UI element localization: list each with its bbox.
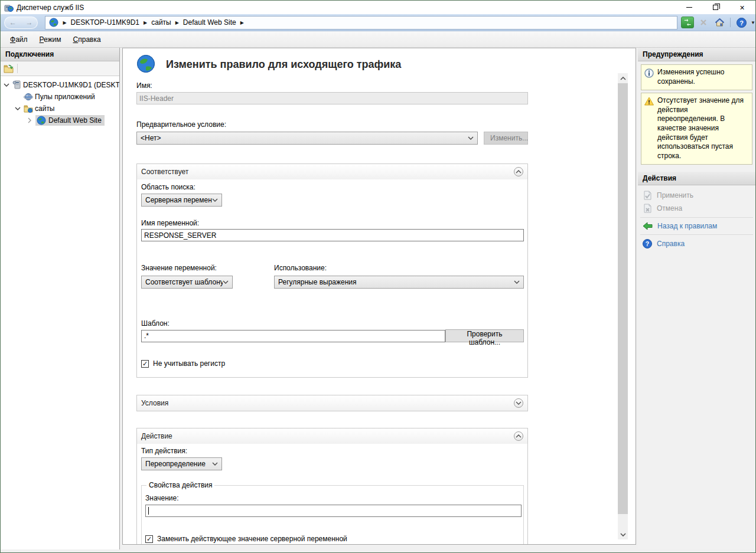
actions-separator xyxy=(640,217,753,218)
scroll-down-icon xyxy=(620,533,626,536)
replace-value-checkbox[interactable]: ✓ xyxy=(145,535,153,543)
action-section-header[interactable]: Действие xyxy=(137,428,527,444)
scope-select[interactable]: Серверная переменн xyxy=(141,194,222,207)
conditions-section-header[interactable]: Условия xyxy=(137,395,527,411)
chevron-down-icon xyxy=(223,280,229,284)
usage-label: Использование: xyxy=(274,264,524,272)
window-title: Диспетчер служб IIS xyxy=(17,4,676,12)
application-pools-icon xyxy=(24,92,33,102)
precondition-select[interactable]: <Нет> xyxy=(136,132,478,145)
expand-section-icon[interactable] xyxy=(514,398,523,408)
action-properties-group: Свойства действия Значение: ✓ Заменить д… xyxy=(141,485,524,545)
cancel-icon xyxy=(643,204,652,213)
test-pattern-button[interactable]: Проверить шаблон... xyxy=(445,329,524,342)
usage-select[interactable]: Регулярные выражения xyxy=(274,276,524,289)
svg-text:?: ? xyxy=(739,19,744,26)
stop-button[interactable] xyxy=(697,17,710,28)
warning-alert-text: Отсутствует значение для действия переоп… xyxy=(657,96,750,161)
restore-button[interactable] xyxy=(702,1,729,14)
tree-item-label: Default Web Site xyxy=(48,116,102,125)
tree-item-label: сайты xyxy=(35,104,55,113)
scroll-up-icon xyxy=(620,77,626,80)
warning-icon xyxy=(644,97,654,106)
menu-help[interactable]: Справка xyxy=(67,33,107,46)
server-icon xyxy=(12,80,21,90)
scroll-up-button[interactable] xyxy=(618,73,628,83)
back-to-rules-label: Назад к правилам xyxy=(657,222,717,230)
menu-bar: Файл Режим Справка xyxy=(1,31,755,48)
create-connection-icon[interactable] xyxy=(4,64,14,73)
collapse-section-icon[interactable] xyxy=(514,431,523,441)
ignore-case-label: Не учитывать регистр xyxy=(153,359,225,368)
tree-item-label: DESKTOP-U1MK9D1 (DESKTO xyxy=(23,81,119,89)
title-bar: Диспетчер служб IIS × xyxy=(1,1,755,14)
tree-item-sites[interactable]: сайты xyxy=(1,103,119,114)
precondition-label: Предварительное условие: xyxy=(136,120,528,129)
home-button[interactable] xyxy=(713,17,726,28)
info-icon xyxy=(644,68,654,78)
breadcrumb-item-default-web-site[interactable]: Default Web Site xyxy=(183,18,236,27)
collapse-chevron-icon[interactable] xyxy=(2,81,11,89)
apply-action-label: Применить xyxy=(657,191,693,199)
tree-item-label: Пулы приложений xyxy=(35,93,95,101)
breadcrumb-arrow-icon: ▶ xyxy=(144,20,147,25)
refresh-button[interactable] xyxy=(681,17,694,28)
chevron-down-icon xyxy=(212,462,218,466)
site-globe-icon xyxy=(49,18,58,27)
help-circle-icon: ? xyxy=(643,239,652,248)
connections-tree: DESKTOP-U1MK9D1 (DESKTO Пулы приложений … xyxy=(1,76,119,549)
menu-view[interactable]: Режим xyxy=(34,33,67,46)
variable-name-label: Имя переменной: xyxy=(141,219,524,227)
breadcrumb-item-server[interactable]: DESKTOP-U1MK9D1 xyxy=(71,18,139,27)
actions-separator xyxy=(640,234,753,235)
back-button[interactable]: ← xyxy=(9,19,17,26)
apply-icon xyxy=(643,191,652,200)
help-action[interactable]: ? Справка xyxy=(638,237,755,250)
expand-chevron-icon[interactable] xyxy=(25,116,34,125)
help-dropdown-arrow-icon[interactable]: ▼ xyxy=(751,20,755,25)
svg-text:?: ? xyxy=(646,240,649,247)
page-globe-icon xyxy=(136,54,156,74)
toolbar-separator xyxy=(17,64,18,73)
scroll-down-button[interactable] xyxy=(618,529,628,539)
connections-toolbar xyxy=(1,61,119,76)
tree-item-app-pools[interactable]: Пулы приложений xyxy=(1,91,119,103)
ignore-case-checkbox[interactable]: ✓ xyxy=(141,360,149,368)
help-icon: ? xyxy=(737,18,747,28)
back-to-rules-action[interactable]: Назад к правилам xyxy=(638,220,755,232)
collapse-chevron-icon[interactable] xyxy=(14,104,22,113)
right-panel: Предупреждения Изменения успешно сохране… xyxy=(638,48,755,549)
action-type-select[interactable]: Переопределение xyxy=(141,457,222,470)
menu-file[interactable]: Файл xyxy=(4,33,34,46)
warning-alert: Отсутствует значение для действия переоп… xyxy=(641,93,752,165)
address-bar: ← → ▶ DESKTOP-U1MK9D1 ▶ сайты ▶ Default … xyxy=(1,14,755,31)
pattern-label: Шаблон: xyxy=(141,319,524,328)
vertical-scrollbar[interactable] xyxy=(618,73,628,539)
collapse-section-icon[interactable] xyxy=(514,167,523,176)
scrollbar-thumb[interactable] xyxy=(618,83,628,514)
info-alert-text: Изменения успешно сохранены. xyxy=(657,68,750,86)
close-button[interactable]: × xyxy=(729,1,755,14)
tree-item-server[interactable]: DESKTOP-U1MK9D1 (DESKTO xyxy=(1,79,119,91)
apply-action[interactable]: Применить xyxy=(638,189,755,202)
variable-name-field[interactable] xyxy=(141,229,524,241)
edit-precondition-button[interactable]: Изменить... xyxy=(484,132,528,145)
chevron-down-icon xyxy=(212,198,218,202)
pattern-field[interactable] xyxy=(141,330,445,342)
breadcrumb-arrow-icon: ▶ xyxy=(240,20,244,25)
match-section-header[interactable]: Соответствует xyxy=(137,164,527,179)
breadcrumb-item-sites[interactable]: сайты xyxy=(151,18,171,27)
breadcrumb[interactable]: ▶ DESKTOP-U1MK9D1 ▶ сайты ▶ Default Web … xyxy=(45,16,677,30)
minimize-button[interactable] xyxy=(676,1,702,14)
cancel-action[interactable]: Отмена xyxy=(638,202,755,215)
variable-value-label: Значение переменной: xyxy=(141,264,274,272)
variable-value-select[interactable]: Соответствует шаблону xyxy=(141,276,233,289)
chevron-spacer xyxy=(14,93,22,101)
value-field[interactable] xyxy=(145,505,522,517)
tree-item-default-web-site[interactable]: Default Web Site xyxy=(1,114,119,126)
name-label: Имя: xyxy=(136,81,528,90)
stop-icon xyxy=(700,19,707,26)
actions-header: Действия xyxy=(638,172,755,185)
help-button[interactable]: ? xyxy=(735,17,748,28)
forward-button[interactable]: → xyxy=(26,19,33,26)
